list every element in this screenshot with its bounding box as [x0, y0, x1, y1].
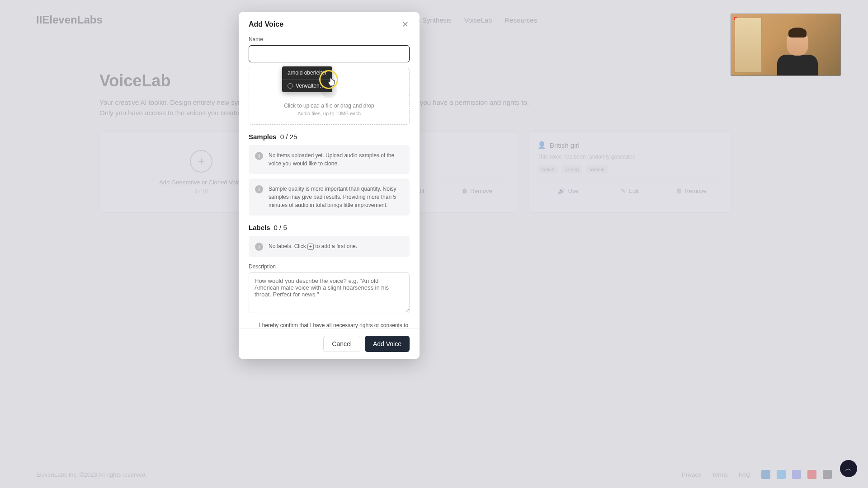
description-textarea[interactable] [249, 272, 410, 313]
dropzone-subtext: Audio files, up to 10MB each [256, 111, 402, 116]
description-label: Description [249, 263, 410, 270]
info-icon: i [255, 243, 263, 251]
samples-header: Samples [249, 133, 277, 141]
consent-checkbox[interactable] [249, 322, 255, 328]
add-label-icon[interactable]: + [307, 244, 314, 250]
dropzone-text: Click to upload a file or drag and drop [256, 103, 402, 109]
autocomplete-suggestion[interactable]: arnold oberleiter [282, 66, 332, 79]
name-label: Name [249, 36, 410, 42]
samples-info-2: i Sample quality is more important than … [249, 178, 410, 216]
info-text: No items uploaded yet. Upload audio samp… [269, 151, 403, 168]
webcam-background [735, 18, 762, 73]
samples-info-1: i No items uploaded yet. Upload audio sa… [249, 145, 410, 174]
info-icon: i [255, 152, 263, 160]
labels-info-text: No labels. Click + to add a first one. [269, 242, 357, 251]
webcam-person [773, 26, 822, 75]
samples-count: 0 / 25 [280, 133, 297, 141]
labels-count: 0 / 5 [274, 224, 287, 231]
close-icon: ✕ [402, 19, 409, 29]
webcam-feed [731, 14, 841, 76]
consent-text: I hereby confirm that I have all necessa… [259, 321, 410, 328]
cancel-button[interactable]: Cancel [323, 336, 360, 352]
info-text: Sample quality is more important than qu… [269, 185, 403, 209]
gear-icon [288, 83, 293, 89]
labels-header: Labels [249, 224, 270, 231]
info-icon: i [255, 185, 263, 193]
modal-title: Add Voice [249, 20, 283, 28]
scroll-to-top-button[interactable]: ︿ [840, 460, 857, 477]
add-voice-modal: Add Voice ✕ Name + Click to upload a fil… [239, 12, 420, 359]
name-input[interactable] [249, 45, 410, 62]
close-button[interactable]: ✕ [401, 20, 410, 29]
manage-label: Verwalten… [296, 83, 325, 89]
chevron-up-icon: ︿ [845, 464, 852, 474]
autocomplete-manage[interactable]: Verwalten… [282, 79, 332, 92]
add-voice-button[interactable]: Add Voice [365, 336, 410, 352]
labels-info: i No labels. Click + to add a first one. [249, 236, 410, 257]
autocomplete-dropdown: arnold oberleiter Verwalten… [282, 66, 332, 92]
